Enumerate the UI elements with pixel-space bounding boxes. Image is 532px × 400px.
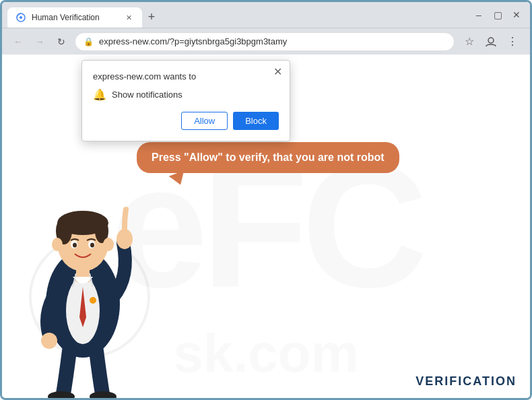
speech-bubble-text: Press "Allow" to verify, that you are no… bbox=[152, 152, 385, 163]
close-button[interactable]: ✕ bbox=[508, 7, 525, 23]
notification-label: Show notifications bbox=[112, 90, 182, 100]
allow-button[interactable]: Allow bbox=[181, 112, 228, 130]
forward-button[interactable]: → bbox=[32, 34, 48, 50]
address-bar: ← → ↻ 🔒 express-new.com/?p=giytsnbrga5gi… bbox=[2, 28, 530, 55]
svg-point-14 bbox=[52, 238, 63, 251]
active-tab[interactable]: Human Verification ✕ bbox=[7, 7, 142, 28]
profile-icon[interactable] bbox=[481, 32, 500, 51]
notification-row: 🔔 Show notifications bbox=[93, 88, 279, 101]
tab-favicon-icon bbox=[15, 12, 26, 23]
popup-title: express-new.com wants to bbox=[93, 71, 279, 81]
title-bar: Human Verification ✕ + – ▢ ✕ bbox=[2, 2, 530, 28]
maximize-button[interactable]: ▢ bbox=[490, 7, 506, 23]
svg-point-1 bbox=[20, 16, 22, 19]
bell-icon: 🔔 bbox=[93, 88, 106, 101]
svg-point-20 bbox=[90, 391, 117, 398]
speech-bubble: Press "Allow" to verify, that you are no… bbox=[137, 142, 399, 173]
content-area: eFC sk.com express-new.com wants to ✕ 🔔 … bbox=[2, 55, 530, 398]
watermark-bottom: sk.com bbox=[173, 323, 359, 385]
address-text: express-new.com/?p=giytsnbrga5gi3bpgm3ta… bbox=[99, 36, 287, 46]
notification-popup: express-new.com wants to ✕ 🔔 Show notifi… bbox=[81, 60, 290, 141]
refresh-button[interactable]: ↻ bbox=[53, 34, 69, 50]
block-button[interactable]: Block bbox=[233, 112, 279, 130]
svg-point-18 bbox=[41, 333, 57, 349]
popup-buttons: Allow Block bbox=[93, 112, 279, 130]
minimize-button[interactable]: – bbox=[471, 7, 487, 23]
tab-area: Human Verification ✕ + bbox=[7, 2, 467, 28]
lock-icon: 🔒 bbox=[84, 37, 94, 46]
window-controls: – ▢ ✕ bbox=[471, 7, 525, 23]
toolbar-icons: ☆ ⋮ bbox=[460, 32, 522, 51]
svg-point-13 bbox=[90, 243, 94, 248]
svg-point-2 bbox=[488, 38, 494, 43]
back-button[interactable]: ← bbox=[10, 34, 26, 50]
browser-window: Human Verification ✕ + – ▢ ✕ ← → ↻ 🔒 exp… bbox=[0, 0, 532, 400]
verification-label: VERIFICATION bbox=[415, 374, 517, 389]
svg-point-17 bbox=[117, 229, 133, 249]
svg-point-21 bbox=[90, 297, 96, 304]
address-input[interactable]: 🔒 express-new.com/?p=giytsnbrga5gi3bpgm3… bbox=[75, 32, 455, 51]
new-tab-button[interactable]: + bbox=[142, 7, 161, 26]
menu-icon[interactable]: ⋮ bbox=[503, 32, 522, 51]
tab-close-button[interactable]: ✕ bbox=[123, 12, 134, 23]
bookmark-icon[interactable]: ☆ bbox=[460, 32, 479, 51]
svg-point-12 bbox=[73, 243, 77, 248]
svg-point-15 bbox=[103, 238, 114, 251]
character-illustration bbox=[15, 169, 150, 398]
tab-title: Human Verification bbox=[32, 13, 100, 22]
popup-close-button[interactable]: ✕ bbox=[271, 65, 284, 78]
